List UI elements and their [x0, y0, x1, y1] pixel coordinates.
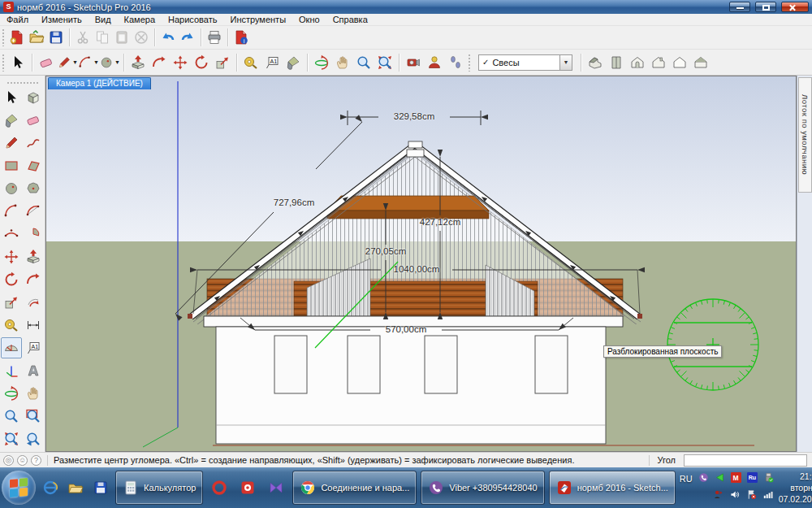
view-left-button[interactable] — [690, 52, 711, 73]
rectangle-tool-button[interactable] — [1, 155, 22, 176]
text-tool-button[interactable]: A1 — [261, 52, 283, 73]
position-camera-tool-button[interactable] — [403, 52, 424, 73]
rotate-tool-button[interactable] — [191, 52, 212, 73]
volume-icon[interactable] — [729, 488, 741, 503]
pan-tool-button[interactable] — [23, 383, 44, 404]
dimension-tool-button[interactable] — [23, 315, 44, 336]
zoom-tool-button[interactable] — [353, 52, 374, 73]
zoom-window-tool-button[interactable] — [23, 406, 44, 427]
help-icon[interactable]: ? — [31, 455, 41, 466]
view-front-button[interactable] — [627, 52, 648, 73]
line-tool-button[interactable]: ▼ — [57, 52, 78, 73]
scene-tab[interactable]: Камера 1 (ДЕЙСТВИЕ) — [48, 77, 151, 89]
polygon-tool-button[interactable] — [23, 178, 44, 199]
text-tool-button[interactable]: A1 — [23, 337, 44, 358]
chevron-down-icon[interactable]: ▼ — [114, 59, 120, 65]
action-center-flag-icon[interactable] — [746, 488, 757, 503]
menu-справка[interactable]: Справка — [326, 14, 374, 26]
taskbar-clock[interactable]: 21:14 вторник 07.02.2017 — [779, 471, 812, 506]
pan-tool-button[interactable] — [332, 52, 353, 73]
axes-tool-button[interactable] — [1, 360, 22, 381]
3d-text-tool-button[interactable] — [23, 360, 44, 381]
view-iso-button[interactable] — [585, 52, 606, 73]
line-tool-button[interactable] — [1, 132, 22, 154]
protractor-tool-button[interactable] — [1, 337, 22, 358]
follow-me-tool-button[interactable] — [149, 52, 170, 73]
offset-tool-button[interactable] — [23, 292, 44, 313]
tape-measure-tool-button[interactable] — [1, 315, 22, 336]
tag-dropdown[interactable]: ✓ Свесы ▼ — [478, 54, 572, 71]
scale-tool-button[interactable] — [1, 292, 22, 313]
network-signal-icon[interactable] — [762, 488, 774, 503]
two-point-arc-tool-button[interactable] — [23, 201, 44, 222]
menu-окно[interactable]: Окно — [292, 14, 326, 26]
follow-me-tool-button[interactable] — [23, 269, 44, 290]
freehand-tool-button[interactable] — [23, 132, 44, 154]
rotated-rectangle-tool-button[interactable] — [23, 155, 44, 176]
view-top-button[interactable] — [606, 52, 627, 73]
taskbar-button-viber[interactable]: Viber +380954428040 — [421, 471, 544, 505]
shapes-tool-button[interactable]: ▼ — [99, 52, 120, 73]
palette-grip[interactable] — [6, 81, 39, 85]
zoom-previous-tool-button[interactable] — [23, 428, 44, 449]
usb-device-icon[interactable] — [763, 471, 774, 486]
toolbar-grip[interactable] — [2, 28, 6, 46]
floppy-app-icon[interactable] — [90, 477, 111, 498]
chevron-down-icon[interactable]: ▼ — [93, 59, 99, 65]
move-tool-button[interactable] — [170, 52, 191, 73]
measurement-input[interactable] — [684, 454, 807, 467]
toolbar-grip[interactable] — [468, 54, 472, 72]
red-m-tray-icon[interactable]: M — [731, 471, 741, 486]
taskbar-button-connection[interactable]: Соединение и нара... — [292, 471, 417, 505]
three-point-arc-tool-button[interactable] — [1, 224, 22, 245]
menu-вид[interactable]: Вид — [89, 14, 118, 26]
orbit-tool-button[interactable] — [311, 52, 332, 73]
taskbar-button-sketchup[interactable]: нормб 2016 - Sketch... — [549, 471, 676, 505]
language-indicator[interactable]: RU — [680, 474, 693, 484]
opera-icon[interactable] — [207, 474, 231, 501]
red-tray-icon[interactable] — [713, 488, 723, 503]
view-right-button[interactable] — [648, 52, 669, 73]
close-button[interactable] — [781, 2, 809, 12]
viewport-canvas[interactable]: Камера 1 (ДЕЙСТВИЕ) 329,58cm 727,96cm 42… — [45, 76, 797, 452]
menu-нарисовать[interactable]: Нарисовать — [162, 14, 223, 26]
arc-tool-button[interactable]: ▼ — [78, 52, 99, 73]
print-button[interactable] — [205, 28, 224, 47]
make-component-button[interactable] — [23, 87, 44, 108]
paint-bucket-tool-button[interactable] — [1, 110, 22, 131]
circle-tool-button[interactable] — [1, 178, 22, 199]
scale-tool-button[interactable] — [212, 52, 233, 73]
explorer-folder-icon[interactable] — [65, 477, 86, 498]
look-around-tool-button[interactable] — [424, 52, 445, 73]
punto-switcher-icon[interactable]: Ru — [747, 471, 758, 486]
undo-button[interactable] — [158, 28, 178, 47]
menu-изменить[interactable]: Изменить — [35, 14, 89, 26]
walk-tool-button[interactable] — [445, 52, 466, 73]
toolbar-grip[interactable] — [2, 54, 6, 72]
viber-tray-icon[interactable] — [698, 471, 709, 486]
start-button[interactable] — [2, 471, 36, 505]
zoom-extents-tool-button[interactable] — [1, 428, 22, 449]
menu-камера[interactable]: Камера — [118, 14, 162, 26]
default-tray-tab[interactable]: Лоток по умолчанию — [798, 77, 812, 193]
eraser-tool-button[interactable] — [23, 110, 44, 131]
save-file-button[interactable] — [46, 28, 66, 47]
chevron-down-icon[interactable]: ▼ — [72, 59, 78, 65]
pie-tool-button[interactable] — [23, 224, 44, 245]
geolocation-icon[interactable]: ◎ — [3, 455, 14, 466]
redo-button[interactable] — [178, 28, 197, 47]
chevron-down-icon[interactable]: ▼ — [559, 55, 572, 70]
menu-файл[interactable]: Файл — [0, 14, 35, 26]
arc-tool-button[interactable] — [1, 201, 22, 222]
rotate-tool-button[interactable] — [1, 269, 22, 290]
open-file-button[interactable] — [27, 28, 46, 47]
new-file-button[interactable] — [7, 28, 27, 47]
select-tool-button[interactable] — [1, 87, 22, 108]
taskbar-button-calculator[interactable]: Калькулятор — [115, 471, 203, 505]
orbit-tool-button[interactable] — [1, 383, 22, 404]
push-pull-tool-button[interactable] — [23, 246, 44, 267]
select-tool-button[interactable] — [7, 52, 28, 73]
tape-measure-tool-button[interactable] — [240, 52, 261, 73]
move-tool-button[interactable] — [1, 246, 22, 267]
menu-инструменты[interactable]: Инструменты — [223, 14, 292, 26]
